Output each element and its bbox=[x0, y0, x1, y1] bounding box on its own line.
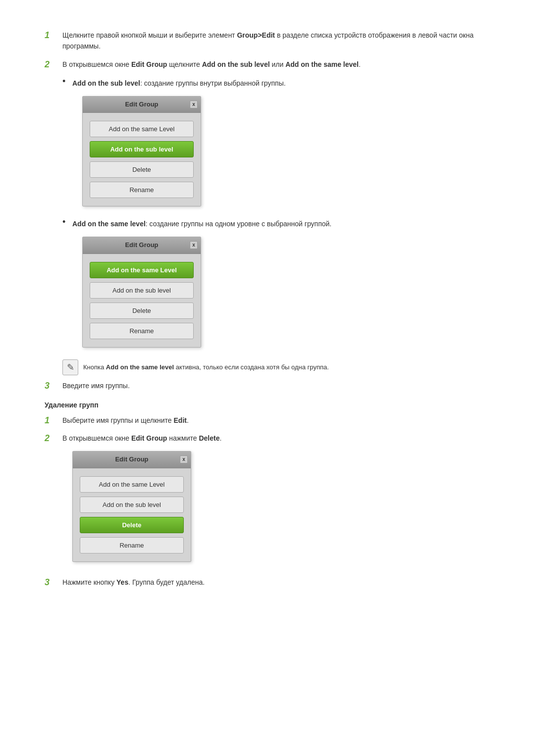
btn-add-same-level-3[interactable]: Add on the same Level bbox=[80, 476, 184, 493]
edit-group-dialog-3: Edit Group x Add on the same Level Add o… bbox=[72, 451, 191, 562]
bold-edit-del: Edit bbox=[174, 416, 187, 424]
delete-step-2: 2 В открывшемся окне Edit Group нажмите … bbox=[45, 433, 490, 568]
btn-delete-2[interactable]: Delete bbox=[90, 302, 194, 319]
dialog-body-2: Add on the same Level Add on the sub lev… bbox=[83, 254, 201, 347]
section-delete-heading: Удаление групп bbox=[45, 401, 490, 409]
delete-step-number-1: 1 bbox=[45, 415, 62, 426]
btn-rename-1[interactable]: Rename bbox=[90, 182, 194, 198]
bullet-same-level: • Add on the same level: создание группы… bbox=[62, 218, 490, 354]
step-3-add-text: Введите имя группы. bbox=[62, 380, 490, 391]
bold-edit-group-del: Edit Group bbox=[131, 434, 167, 442]
edit-group-dialog-2: Edit Group x Add on the same Level Add o… bbox=[82, 237, 201, 348]
bullet-sub-level: • Add on the sub level: создание группы … bbox=[62, 78, 490, 213]
bullet-sub-label: Add on the sub level bbox=[72, 79, 140, 87]
delete-step-1-text: Выберите имя группы и щелкните Edit. bbox=[62, 415, 490, 426]
delete-step-3: 3 Нажмите кнопку Yes. Группа будет удале… bbox=[45, 577, 490, 588]
delete-step-2-text: В открывшемся окне Edit Group нажмите De… bbox=[62, 433, 490, 568]
bold-yes: Yes bbox=[116, 578, 128, 586]
dialog-body-1: Add on the same Level Add on the sub lev… bbox=[83, 113, 201, 206]
step-number-3-add: 3 bbox=[45, 380, 62, 391]
step-2: 2 В открывшемся окне Edit Group щелкните… bbox=[45, 59, 490, 70]
btn-delete-3[interactable]: Delete bbox=[80, 517, 184, 533]
dialog-titlebar-3: Edit Group x bbox=[73, 452, 191, 468]
btn-add-sub-level-3[interactable]: Add on the sub level bbox=[80, 497, 184, 513]
dialog-title-2: Edit Group bbox=[125, 240, 158, 251]
bullet-dot-1: • bbox=[62, 76, 72, 87]
main-content: 1 Щелкните правой кнопкой мыши и выберит… bbox=[45, 30, 490, 588]
bold-delete: Delete bbox=[199, 434, 219, 442]
btn-rename-3[interactable]: Rename bbox=[80, 537, 184, 554]
dialog-close-3[interactable]: x bbox=[180, 455, 188, 463]
edit-group-dialog-1: Edit Group x Add on the same Level Add o… bbox=[82, 96, 201, 207]
bullet-same-level-content: Add on the same level: создание группы н… bbox=[72, 218, 490, 354]
bold-group-edit: Group>Edit bbox=[237, 31, 275, 39]
btn-add-sub-level-1[interactable]: Add on the sub level bbox=[90, 141, 194, 157]
dialog-close-1[interactable]: x bbox=[190, 101, 198, 108]
step-number-1: 1 bbox=[45, 30, 62, 41]
add-steps-list: 1 Щелкните правой кнопкой мыши и выберит… bbox=[45, 30, 490, 70]
dialog-titlebar-1: Edit Group x bbox=[83, 97, 201, 113]
note-text: Кнопка Add on the same level активна, то… bbox=[83, 359, 329, 372]
step-1-text: Щелкните правой кнопкой мыши и выберите … bbox=[62, 30, 490, 52]
bullet-dot-2: • bbox=[62, 217, 72, 227]
bullet-same-label: Add on the same level bbox=[72, 220, 146, 228]
step-2-text: В открывшемся окне Edit Group щелкните A… bbox=[62, 59, 490, 70]
delete-steps-list: 1 Выберите имя группы и щелкните Edit. 2… bbox=[45, 415, 490, 569]
bullet-sub-level-content: Add on the sub level: создание группы вн… bbox=[72, 78, 490, 213]
dialog-container-2: Edit Group x Add on the same Level Add o… bbox=[82, 237, 490, 348]
step-3-add: 3 Введите имя группы. bbox=[45, 380, 490, 391]
delete-step-3-text: Нажмите кнопку Yes. Группа будет удалена… bbox=[62, 577, 490, 588]
step-number-2: 2 bbox=[45, 59, 62, 70]
dialog-titlebar-2: Edit Group x bbox=[83, 237, 201, 254]
bold-add-same: Add on the same level bbox=[285, 60, 359, 68]
dialog-body-3: Add on the same Level Add on the sub lev… bbox=[73, 468, 191, 561]
dialog-container-3: Edit Group x Add on the same Level Add o… bbox=[72, 451, 490, 562]
dialog-container-1: Edit Group x Add on the same Level Add o… bbox=[82, 96, 490, 207]
step-1: 1 Щелкните правой кнопкой мыши и выберит… bbox=[45, 30, 490, 52]
btn-delete-1[interactable]: Delete bbox=[90, 161, 194, 178]
bold-edit-group-1: Edit Group bbox=[131, 60, 167, 68]
btn-add-same-level-1[interactable]: Add on the same Level bbox=[90, 121, 194, 137]
dialog-title-1: Edit Group bbox=[125, 100, 158, 110]
delete-step-number-2: 2 bbox=[45, 433, 62, 444]
note-icon: ✎ bbox=[62, 359, 78, 375]
dialog-close-2[interactable]: x bbox=[190, 241, 198, 249]
bullet-list: • Add on the sub level: создание группы … bbox=[62, 78, 490, 354]
delete-step-1: 1 Выберите имя группы и щелкните Edit. bbox=[45, 415, 490, 426]
btn-add-sub-level-2[interactable]: Add on the sub level bbox=[90, 282, 194, 299]
dialog-title-3: Edit Group bbox=[115, 454, 148, 465]
note-bold: Add on the same level bbox=[106, 363, 174, 371]
note-box: ✎ Кнопка Add on the same level активна, … bbox=[62, 359, 490, 375]
btn-add-same-level-2[interactable]: Add on the same Level bbox=[90, 262, 194, 278]
delete-step-number-3: 3 bbox=[45, 577, 62, 588]
bold-add-sub: Add on the sub level bbox=[202, 60, 270, 68]
btn-rename-2[interactable]: Rename bbox=[90, 323, 194, 339]
